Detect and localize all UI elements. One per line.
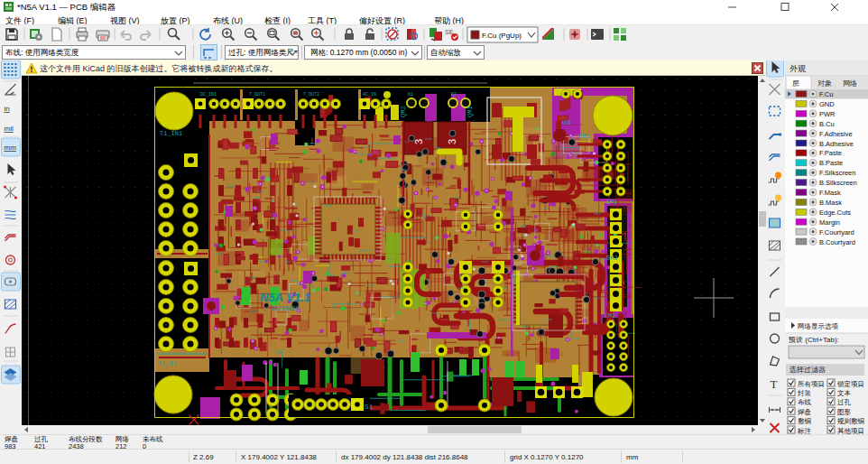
svg-text:QM1: QM1 xyxy=(466,106,474,117)
svg-text:R52: R52 xyxy=(310,142,318,145)
svg-text:F.Cu (PgUp): F.Cu (PgUp) xyxy=(482,32,522,40)
svg-text:U16: U16 xyxy=(215,252,222,255)
svg-text:FB2: FB2 xyxy=(522,325,530,329)
svg-text:规则敷铜: 规则敷铜 xyxy=(837,417,864,425)
svg-text:FB2: FB2 xyxy=(284,260,291,264)
svg-text:DC_IN1: DC_IN1 xyxy=(200,92,217,97)
svg-text:K2: K2 xyxy=(451,92,457,97)
svg-text:AC_IN: AC_IN xyxy=(363,92,376,97)
svg-text:L2: L2 xyxy=(405,140,410,144)
svg-text:L2: L2 xyxy=(335,217,339,220)
svg-text:B.Courtyard: B.Courtyard xyxy=(819,238,855,246)
svg-text:选择过滤器: 选择过滤器 xyxy=(790,366,826,374)
svg-text:3: 3 xyxy=(447,139,457,144)
svg-text:R10: R10 xyxy=(426,137,433,141)
svg-text:B.Silkscreen: B.Silkscreen xyxy=(819,179,857,187)
svg-text:C33: C33 xyxy=(307,284,314,288)
svg-text:3: 3 xyxy=(413,139,424,144)
svg-text:网络显示选项: 网络显示选项 xyxy=(798,322,839,330)
svg-text:F.Mask: F.Mask xyxy=(819,189,841,197)
svg-text:C33: C33 xyxy=(482,260,489,264)
svg-text:F.Silkscreen: F.Silkscreen xyxy=(819,169,855,177)
svg-text:F.Paste: F.Paste xyxy=(819,149,842,157)
svg-text:K1: K1 xyxy=(408,92,413,97)
svg-text:CM1: CM1 xyxy=(578,133,590,140)
svg-text:外观: 外观 xyxy=(790,64,806,73)
svg-text:R99: R99 xyxy=(325,204,332,208)
svg-text:图形: 图形 xyxy=(837,408,852,416)
svg-text:T1_IN1: T1_IN1 xyxy=(160,130,182,137)
svg-text:20210421: 20210421 xyxy=(271,305,299,311)
svg-text:C81: C81 xyxy=(308,181,315,184)
svg-text:QM2: QM2 xyxy=(400,106,407,117)
svg-text:C33: C33 xyxy=(365,145,372,149)
svg-text:L2: L2 xyxy=(412,217,417,220)
svg-text:F.Adhesive: F.Adhesive xyxy=(819,130,853,138)
svg-text:锁定项目: 锁定项目 xyxy=(836,380,864,388)
svg-text:R99: R99 xyxy=(275,350,282,354)
svg-text:焊盘: 焊盘 xyxy=(798,408,812,416)
svg-text:mm: mm xyxy=(5,144,17,152)
svg-text:F.Courtyard: F.Courtyard xyxy=(819,228,854,237)
svg-text:R99: R99 xyxy=(398,339,405,343)
svg-text:B.Paste: B.Paste xyxy=(819,159,843,167)
svg-text:Q3: Q3 xyxy=(331,305,336,309)
svg-text:预设 (Ctrl+Tab):: 预设 (Ctrl+Tab): xyxy=(789,336,839,344)
svg-text:S1: S1 xyxy=(365,403,374,411)
svg-text:过孔: 过孔 xyxy=(837,398,852,406)
svg-text:对象: 对象 xyxy=(817,79,832,88)
svg-text:FB2: FB2 xyxy=(595,296,602,300)
svg-text:层: 层 xyxy=(792,79,799,88)
svg-text:T_OUT1: T_OUT1 xyxy=(249,92,265,97)
svg-text:C81: C81 xyxy=(352,229,359,233)
svg-text:C33: C33 xyxy=(400,168,407,172)
svg-text:U6: U6 xyxy=(493,277,497,281)
svg-text:FB2: FB2 xyxy=(253,196,260,200)
svg-text:U6: U6 xyxy=(427,179,431,182)
svg-text:R10: R10 xyxy=(257,190,264,193)
svg-text:FB2: FB2 xyxy=(422,213,429,217)
svg-text:U16: U16 xyxy=(550,264,558,268)
svg-text:R52: R52 xyxy=(259,260,266,264)
svg-text:SM2: SM2 xyxy=(606,255,618,262)
svg-text:in: in xyxy=(5,105,10,113)
svg-text:C45: C45 xyxy=(545,318,552,321)
svg-text:Margin: Margin xyxy=(819,218,840,227)
svg-text:B.Mask: B.Mask xyxy=(819,199,842,207)
svg-text:GND: GND xyxy=(819,100,835,108)
svg-text:C81: C81 xyxy=(431,311,439,315)
svg-text:R52: R52 xyxy=(595,212,602,216)
svg-text:C33: C33 xyxy=(601,257,608,261)
svg-text:T_OUT2: T_OUT2 xyxy=(303,92,319,97)
svg-text:文本: 文本 xyxy=(837,389,852,397)
svg-text:N5A V1.1: N5A V1.1 xyxy=(260,291,310,304)
svg-text:FB2: FB2 xyxy=(510,274,517,278)
svg-text:R52: R52 xyxy=(367,283,374,287)
svg-text:B.Cu: B.Cu xyxy=(819,120,835,128)
svg-text:L2: L2 xyxy=(398,278,402,282)
svg-text:C9: C9 xyxy=(503,286,507,290)
svg-text:R52: R52 xyxy=(521,224,528,227)
svg-text:C81: C81 xyxy=(364,248,371,252)
svg-text:F.Cu: F.Cu xyxy=(819,90,833,98)
svg-text:C33: C33 xyxy=(458,286,466,290)
svg-text:T1_01: T1_01 xyxy=(158,360,177,367)
svg-text:U3: U3 xyxy=(562,118,571,126)
svg-text:布线: 布线 xyxy=(798,398,812,406)
svg-text:CM2: CM2 xyxy=(605,312,616,320)
svg-text:R52: R52 xyxy=(291,279,299,283)
svg-text:SM1: SM1 xyxy=(606,199,618,206)
svg-text:T: T xyxy=(771,377,778,391)
svg-text:所有项目: 所有项目 xyxy=(798,380,825,388)
svg-text:SE: SE xyxy=(445,29,454,35)
svg-text:D4: D4 xyxy=(455,196,459,200)
svg-text:C45: C45 xyxy=(342,271,349,274)
svg-text:网络: 网络 xyxy=(843,79,857,88)
svg-text:U16: U16 xyxy=(573,337,580,340)
svg-text:封装: 封装 xyxy=(797,389,812,397)
svg-text:B.Adhesive: B.Adhesive xyxy=(819,140,854,148)
svg-text:R7: R7 xyxy=(543,207,548,210)
svg-text:PWR: PWR xyxy=(819,110,836,118)
svg-text:Edge.Cuts: Edge.Cuts xyxy=(819,209,851,217)
svg-text:R10: R10 xyxy=(250,310,257,313)
